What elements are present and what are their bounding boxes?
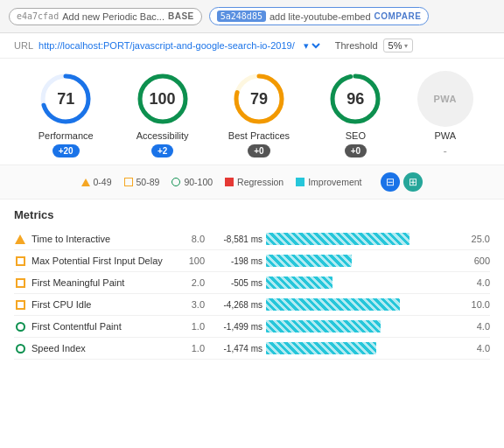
legend-regression: Regression	[225, 177, 284, 187]
metric-compare-si: 4.0	[462, 343, 490, 354]
metric-bar-container-fmp: -505 ms	[210, 276, 457, 289]
url-dropdown[interactable]: ▾	[300, 39, 323, 52]
metric-name-fci: First CPU Idle	[32, 299, 172, 310]
metric-diff-fci: -4,268 ms	[210, 300, 262, 310]
top-bar: e4a7cfad Add new Periodic Bac... BASE 5a…	[0, 0, 504, 33]
metric-bar-wrapper-si	[266, 342, 457, 354]
metric-bar-wrapper-fmp	[266, 276, 457, 289]
metric-square-icon	[16, 300, 25, 310]
score-best-practices: 79 Best Practices +0	[224, 71, 294, 158]
metric-bar-container-fcp: -1,499 ms	[210, 320, 457, 332]
legend-improvement-label: Improvement	[308, 177, 361, 187]
metric-circle-icon	[16, 322, 25, 332]
metrics-section: Metrics Time to Interactive 8.0 -8,581 m…	[0, 200, 504, 367]
pwa-delta: -	[444, 144, 447, 158]
legend-0-49: 0-49	[81, 177, 112, 187]
metric-diff-mpfid: -198 ms	[210, 256, 262, 266]
metric-bar-wrapper-mpfid	[266, 255, 457, 267]
best-practices-delta: +0	[248, 144, 270, 158]
metrics-title: Metrics	[14, 208, 490, 221]
threshold-dropdown-arrow: ▾	[404, 42, 408, 50]
metric-icon-si	[14, 342, 26, 354]
performance-circle: 71	[38, 71, 94, 127]
metric-bar-tti	[266, 233, 410, 245]
collapse-button[interactable]: ⊟	[381, 172, 400, 192]
legend-actions: ⊟ ⊞	[381, 172, 423, 192]
url-value: http://localhost:PORT/javascript-and-goo…	[38, 40, 295, 51]
legend-90-100: 90-100	[172, 177, 213, 187]
base-commit-description: Add new Periodic Bac...	[62, 11, 164, 22]
legend-improvement: Improvement	[296, 177, 361, 187]
metric-bar-fci	[266, 298, 400, 311]
threshold-value-text: 5%	[388, 40, 402, 51]
compare-commit-description: add lite-youtube-embed	[270, 11, 371, 22]
compare-commit-badge[interactable]: 5a248d85 add lite-youtube-embed COMPARE	[209, 7, 430, 25]
legend-0-49-label: 0-49	[94, 177, 112, 187]
metric-bar-mpfid	[266, 255, 352, 267]
metric-base-mpfid: 100	[177, 256, 205, 266]
metric-base-fci: 3.0	[177, 299, 205, 310]
metric-compare-fmp: 4.0	[462, 277, 490, 288]
metric-icon-fmp	[14, 276, 26, 289]
metric-name-si: Speed Index	[32, 343, 172, 354]
base-commit-hash: e4a7cfad	[17, 11, 59, 21]
metric-compare-fci: 10.0	[462, 299, 490, 310]
metric-bar-wrapper-fci	[266, 298, 457, 311]
metric-circle-icon	[16, 344, 25, 354]
metric-bar-wrapper-tti	[266, 233, 457, 245]
metric-base-fcp: 1.0	[177, 321, 205, 332]
accessibility-circle: 100	[135, 71, 191, 127]
expand-button[interactable]: ⊞	[403, 172, 423, 192]
metric-name-mpfid: Max Potential First Input Delay	[32, 256, 172, 266]
metric-name-fmp: First Meaningful Paint	[32, 277, 172, 288]
metric-compare-fcp: 4.0	[462, 321, 490, 332]
url-label-text: URL	[14, 40, 33, 51]
metric-icon-tti	[14, 233, 26, 245]
pwa-abbr: PWA	[433, 94, 457, 104]
metric-bar-fmp	[266, 276, 332, 289]
score-accessibility: 100 Accessibility +2	[128, 71, 198, 158]
metric-bar-fcp	[266, 320, 381, 332]
base-label: BASE	[168, 11, 194, 21]
legend-50-89: 50-89	[124, 177, 160, 187]
threshold-selector[interactable]: 5% ▾	[383, 38, 413, 52]
metric-bar-container-mpfid: -198 ms	[210, 255, 457, 267]
metric-name-tti: Time to Interactive	[32, 234, 172, 244]
metric-base-tti: 8.0	[177, 234, 205, 244]
metric-diff-fmp: -505 ms	[210, 278, 262, 288]
score-performance: 71 Performance +20	[31, 71, 101, 158]
legend-bar: 0-49 50-89 90-100 Regression Improvement…	[0, 164, 504, 200]
threshold-label: Threshold	[335, 40, 378, 51]
best-practices-label: Best Practices	[228, 130, 290, 141]
score-seo: 96 SEO +0	[320, 71, 390, 158]
pwa-label: PWA	[434, 130, 456, 141]
metric-square-icon	[16, 256, 25, 266]
best-practices-circle: 79	[231, 71, 287, 127]
metric-base-fmp: 2.0	[177, 277, 205, 288]
compare-commit-hash: 5a248d85	[217, 10, 266, 22]
metric-compare-mpfid: 600	[462, 256, 490, 266]
seo-label: SEO	[346, 130, 366, 141]
metric-row-si: Speed Index 1.0 -1,474 ms 4.0	[14, 338, 490, 360]
triangle-icon	[81, 178, 90, 186]
metric-icon-mpfid	[14, 255, 26, 267]
legend-90-100-label: 90-100	[184, 177, 213, 187]
metric-row-mpfid: Max Potential First Input Delay 100 -198…	[14, 250, 490, 272]
metric-base-si: 1.0	[177, 343, 205, 354]
base-commit-badge[interactable]: e4a7cfad Add new Periodic Bac... BASE	[9, 8, 202, 25]
metric-row-fci: First CPU Idle 3.0 -4,268 ms 10.0	[14, 294, 490, 316]
legend-regression-label: Regression	[237, 177, 284, 187]
metric-bar-si	[266, 342, 376, 354]
metric-diff-fcp: -1,499 ms	[210, 322, 262, 332]
metric-bar-wrapper-fcp	[266, 320, 457, 332]
seo-circle: 96	[327, 71, 383, 127]
metric-icon-fcp	[14, 320, 26, 332]
metric-bar-container-fci: -4,268 ms	[210, 298, 457, 311]
accessibility-delta: +2	[151, 144, 173, 158]
accessibility-score: 100	[150, 90, 176, 108]
seo-score: 96	[346, 90, 364, 108]
metric-diff-si: -1,474 ms	[210, 344, 262, 354]
seo-delta: +0	[345, 144, 367, 158]
metric-row-fmp: First Meaningful Paint 2.0 -505 ms 4.0	[14, 272, 490, 294]
score-pwa: PWA PWA -	[417, 71, 473, 158]
